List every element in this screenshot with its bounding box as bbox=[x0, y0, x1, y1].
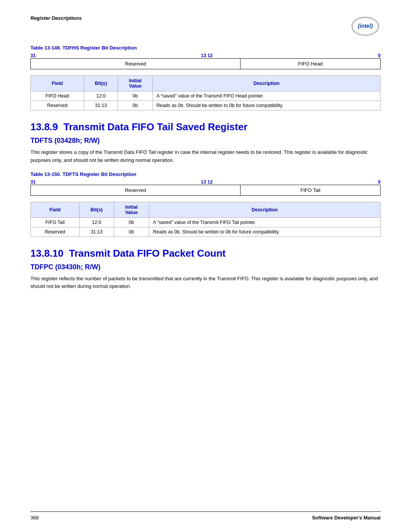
section-13-8-10-subtitle: TDFPC (03430h; R/W) bbox=[30, 263, 381, 271]
col-initial-150: Initial Value bbox=[114, 202, 149, 217]
col-initial-149: Initial Value bbox=[118, 76, 153, 91]
footer-doc-title: Software Developer's Manual bbox=[312, 515, 381, 521]
header-section-label: Register Descriptions bbox=[30, 15, 81, 21]
row-150-2-bits: 31:13 bbox=[79, 227, 114, 236]
table-row: Reserved 31:13 0b Reads as 0b. Should be… bbox=[31, 227, 381, 236]
table-row: FIFO Tail 12:0 0b A “saved” value of the… bbox=[31, 217, 381, 227]
row-150-1-field: FIFO Tail bbox=[31, 217, 80, 227]
row-149-1-bits: 12:0 bbox=[84, 91, 118, 101]
col-field-150: Field bbox=[31, 202, 80, 217]
field-cell-149: FIFO Head bbox=[241, 59, 381, 69]
bit-label-0: 0 bbox=[378, 53, 381, 58]
row-150-1-desc: A “saved” value of the Transmit FIFO Tai… bbox=[149, 217, 380, 227]
col-description-149: Description bbox=[153, 76, 381, 91]
row-149-1-field: FIFO Head bbox=[31, 91, 84, 101]
table-row: FIFO Head 12:0 0b A “saved” value of the… bbox=[31, 91, 381, 101]
col-description-150: Description bbox=[149, 202, 380, 217]
bit-layout-table-150: Reserved FIFO Tail bbox=[30, 185, 381, 196]
bit-label-group-13-12: 13 12 bbox=[201, 53, 213, 58]
table-row: Reserved 31:13 0b Reads as 0b. Should be… bbox=[31, 101, 381, 110]
bit-label-13: 13 bbox=[201, 53, 206, 58]
col-bits-150: Bit(s) bbox=[79, 202, 114, 217]
bit-label-31-150: 31 bbox=[30, 179, 35, 185]
row-149-1-desc: A “saved” value of the Transmit FIFO Hea… bbox=[153, 91, 381, 101]
table-149-title: Table 13-149. TDFHS Register Bit Descrip… bbox=[30, 45, 381, 51]
row-149-1-init: 0b bbox=[118, 91, 153, 101]
row-149-2-field: Reserved bbox=[31, 101, 84, 110]
field-cell-150: FIFO Tail bbox=[241, 185, 381, 195]
bit-label-12: 12 bbox=[207, 53, 212, 58]
intel-logo: (intel) bbox=[350, 15, 381, 37]
row-150-1-init: 0b bbox=[114, 217, 149, 227]
bit-layout-table-149: Reserved FIFO Head bbox=[30, 58, 381, 69]
desc-table-150: Field Bit(s) Initial Value Description F… bbox=[30, 202, 381, 237]
section-13-8-10-title: 13.8.10 Transmit Data FIFO Packet Count bbox=[30, 248, 381, 259]
col-bits-149: Bit(s) bbox=[84, 76, 118, 91]
page: Register Descriptions (intel) Table 13-1… bbox=[0, 0, 411, 532]
table-150-title: Table 13-150. TDFTS Register Bit Descrip… bbox=[30, 171, 381, 177]
bit-layout-149: 31 13 12 0 Reserved FIFO Head bbox=[30, 53, 381, 69]
bit-label-0-150: 0 bbox=[378, 179, 381, 185]
row-150-2-desc: Reads as 0b. Should be written to 0b for… bbox=[149, 227, 380, 236]
footer-page-number: 368 bbox=[30, 515, 39, 521]
bit-label-group-13-12-150: 13 12 bbox=[201, 179, 213, 185]
row-149-2-desc: Reads as 0b. Should be written to 0b for… bbox=[153, 101, 381, 110]
section-13-8-9-title: 13.8.9 Transmit Data FIFO Tail Saved Reg… bbox=[30, 121, 381, 133]
section-13-8-9-subtitle: TDFTS (03428h; R/W) bbox=[30, 137, 381, 145]
bit-label-31: 31 bbox=[30, 53, 35, 58]
section-13-8-10-body: This register reflects the number of pac… bbox=[30, 275, 381, 291]
bit-labels-150: 31 13 12 0 bbox=[30, 179, 381, 185]
row-150-2-field: Reserved bbox=[31, 227, 80, 236]
desc-table-149: Field Bit(s) Initial Value Description F… bbox=[30, 75, 381, 110]
page-footer: 368 Software Developer's Manual bbox=[30, 511, 381, 521]
reserved-cell-149: Reserved bbox=[31, 59, 241, 69]
reserved-cell-150: Reserved bbox=[31, 185, 241, 195]
col-field-149: Field bbox=[31, 76, 84, 91]
row-150-2-init: 0b bbox=[114, 227, 149, 236]
page-header: Register Descriptions (intel) bbox=[30, 15, 381, 37]
bit-label-12-150: 12 bbox=[207, 179, 212, 185]
bit-labels-149: 31 13 12 0 bbox=[30, 53, 381, 58]
row-150-1-bits: 12:0 bbox=[79, 217, 114, 227]
section-13-8-9-body: This register stores a copy of the Trans… bbox=[30, 149, 381, 165]
row-149-2-init: 0b bbox=[118, 101, 153, 110]
svg-text:(intel): (intel) bbox=[358, 23, 373, 29]
row-149-2-bits: 31:13 bbox=[84, 101, 118, 110]
bit-layout-150: 31 13 12 0 Reserved FIFO Tail bbox=[30, 179, 381, 196]
bit-label-13-150: 13 bbox=[201, 179, 206, 185]
